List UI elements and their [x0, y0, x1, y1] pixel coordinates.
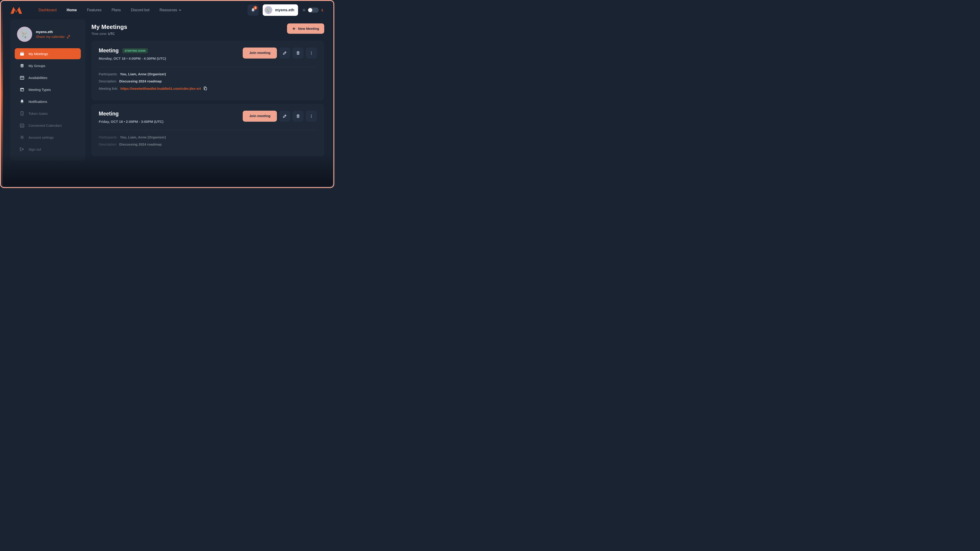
- sidebar-item-availabilities[interactable]: Availabilities: [15, 72, 81, 83]
- svg-line-5: [303, 9, 303, 10]
- svg-point-34: [311, 115, 312, 116]
- calendar-icon: [20, 51, 24, 56]
- notifications-button[interactable]: 3: [248, 5, 259, 16]
- sidebar-item-account-settings[interactable]: Account settings: [15, 132, 81, 143]
- svg-point-14: [22, 65, 22, 66]
- trash-icon: [296, 114, 300, 118]
- edit-icon: [283, 51, 287, 55]
- nav-resources[interactable]: Resources: [159, 8, 181, 12]
- svg-point-32: [311, 54, 312, 55]
- share-calendar-link[interactable]: Share my calendar: [36, 35, 70, 38]
- more-button[interactable]: [306, 111, 317, 122]
- svg-point-27: [21, 137, 23, 138]
- meeting-link[interactable]: https://meetwithwallet.huddle01.com/cdm-…: [120, 87, 201, 91]
- copy-icon[interactable]: [203, 86, 207, 91]
- join-meeting-button[interactable]: Join meeting: [243, 111, 277, 122]
- moon-icon: [321, 8, 324, 12]
- svg-rect-21: [21, 90, 22, 91]
- sidebar-item-groups[interactable]: My Groups: [15, 60, 81, 71]
- svg-point-31: [311, 53, 312, 54]
- profile-name: myens.eth: [36, 30, 70, 34]
- topbar: Dashboard Home Features Plans Discord bo…: [1, 1, 333, 19]
- more-vertical-icon: [309, 114, 313, 118]
- edit-button[interactable]: [279, 111, 290, 122]
- nav-features[interactable]: Features: [87, 8, 102, 12]
- delete-button[interactable]: [293, 111, 304, 122]
- edit-button[interactable]: [279, 48, 290, 59]
- sidebar-item-connected-calendars[interactable]: Connected Calendars: [15, 120, 81, 131]
- edit-icon: [283, 114, 287, 118]
- svg-line-8: [305, 9, 305, 10]
- svg-rect-12: [23, 52, 23, 52]
- participants-value: You, Liam, Anne (Organizer): [120, 135, 166, 139]
- plus-icon: [292, 27, 296, 30]
- sidebar-item-meetings[interactable]: My Meetings: [15, 48, 81, 59]
- participants-label: Participants:: [99, 72, 118, 76]
- meeting-link-label: Meeting link:: [99, 87, 118, 91]
- svg-line-6: [305, 11, 305, 11]
- svg-point-36: [311, 117, 312, 118]
- description-label: Description:: [99, 142, 117, 146]
- door-icon: [20, 111, 24, 116]
- description-value: Discussing 2024 roadmap: [119, 142, 162, 146]
- sidebar-item-notifications[interactable]: Notifications: [15, 96, 81, 107]
- calendar-day-icon: [20, 87, 24, 92]
- sidebar-item-token-gates[interactable]: Token Gates: [15, 108, 81, 119]
- description-label: Description:: [99, 79, 117, 83]
- svg-line-7: [303, 11, 303, 11]
- nav-home[interactable]: Home: [67, 8, 77, 12]
- nav-resources-label: Resources: [159, 8, 177, 12]
- link-icon: [67, 35, 70, 38]
- calendar-plus-icon: [20, 123, 24, 128]
- meeting-title: Meeting: [99, 48, 119, 54]
- meeting-title: Meeting: [99, 111, 119, 117]
- meeting-date: Friday, OCT 18 • 2:00PM - 3:00PM (UTC): [99, 120, 164, 124]
- svg-rect-33: [205, 88, 207, 90]
- page-title: My Meetings: [91, 24, 127, 30]
- app-logo[interactable]: [10, 6, 22, 14]
- sign-out-icon: [20, 147, 24, 151]
- participants-label: Participants:: [99, 135, 118, 139]
- notification-count: 3: [253, 6, 257, 10]
- sidebar-item-sign-out[interactable]: Sign out: [15, 144, 81, 155]
- sidebar: 🐘 myens.eth Share my calendar My Meeting…: [10, 19, 86, 161]
- delete-button[interactable]: [293, 48, 304, 59]
- more-button[interactable]: [306, 48, 317, 59]
- sun-icon: [302, 8, 306, 12]
- svg-rect-15: [20, 76, 24, 79]
- user-chip[interactable]: 🐘 myens.eth: [262, 4, 298, 16]
- nav-discord[interactable]: Discord bot: [131, 8, 150, 12]
- gear-icon: [20, 135, 24, 140]
- user-chip-name: myens.eth: [275, 8, 294, 13]
- participants-value: You, Liam, Anne (Organizer): [120, 72, 166, 76]
- profile-avatar: 🐘: [17, 27, 32, 42]
- chevron-down-icon: [178, 8, 181, 12]
- meeting-card: Meeting Friday, OCT 18 • 2:00PM - 3:00PM…: [91, 104, 324, 156]
- theme-toggle[interactable]: [308, 8, 319, 13]
- svg-rect-20: [21, 88, 24, 89]
- trash-icon: [296, 51, 300, 55]
- sidebar-item-meeting-types[interactable]: Meeting Types: [15, 84, 81, 95]
- status-badge: STARTING SOON: [123, 48, 148, 53]
- calendar-grid-icon: [20, 75, 24, 80]
- svg-rect-10: [20, 52, 24, 53]
- bell-icon: [20, 99, 24, 104]
- description-value: Discussing 2024 roadmap: [119, 79, 162, 83]
- svg-rect-11: [21, 52, 21, 52]
- svg-rect-22: [21, 111, 23, 115]
- more-vertical-icon: [309, 51, 313, 55]
- meeting-date: Monday, OCT 18 • 4:00PM - 4:30PM (UTC): [99, 57, 166, 60]
- meeting-card: Meeting STARTING SOON Monday, OCT 18 • 4…: [91, 41, 324, 100]
- new-meeting-button[interactable]: New Meeting: [287, 24, 324, 34]
- svg-point-30: [311, 52, 312, 52]
- svg-point-35: [311, 116, 312, 117]
- avatar: 🐘: [264, 6, 272, 14]
- group-icon: [20, 64, 24, 68]
- svg-point-23: [22, 113, 23, 114]
- timezone-label: Time zone: UTC: [91, 32, 127, 36]
- svg-point-0: [303, 10, 305, 11]
- nav-plans[interactable]: Plans: [111, 8, 121, 12]
- nav-dashboard[interactable]: Dashboard: [38, 8, 56, 12]
- join-meeting-button[interactable]: Join meeting: [243, 48, 277, 59]
